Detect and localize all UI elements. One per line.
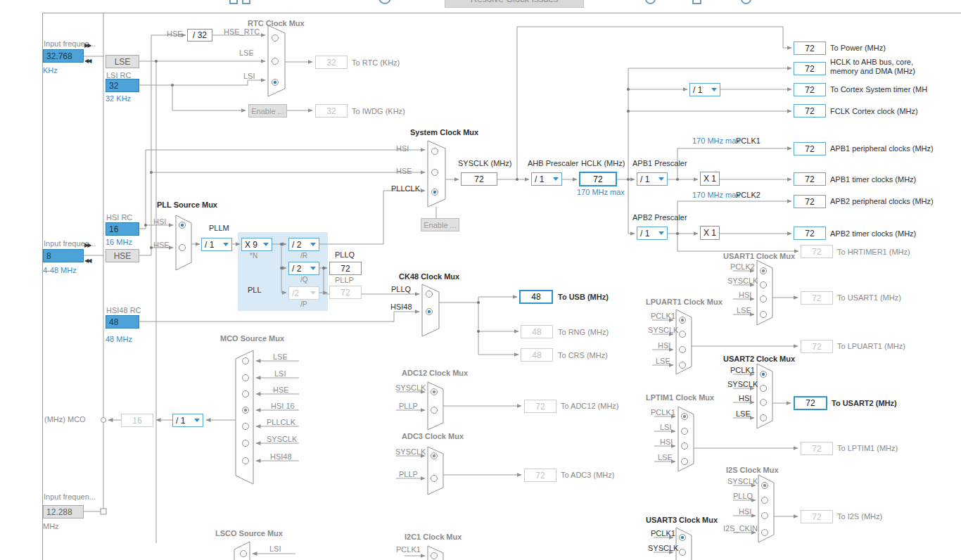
mco-hse-label: HSE	[273, 386, 289, 394]
iwdg-clock-label: To IWDG (KHz)	[352, 107, 405, 115]
chevron-down-icon	[310, 291, 316, 295]
apb2-peripheral-clock-value[interactable]: 72	[794, 195, 826, 208]
power-clock-label: To Power (MHz)	[830, 44, 886, 52]
rtc-mux[interactable]	[268, 25, 285, 96]
usart1-mux[interactable]	[757, 260, 772, 325]
ahb-bus-clock-label-1: HCLK to AHB bus, core,	[830, 58, 913, 66]
lse-oscillator-tag: LSE	[106, 55, 139, 68]
crs-clock-value: 48	[521, 348, 553, 362]
lsi-frequency-value[interactable]: 32	[106, 79, 139, 92]
pllm-select[interactable]: / 1	[201, 238, 232, 251]
usart2-clock-value[interactable]: 72	[794, 396, 827, 410]
lsco-source-mux[interactable]	[234, 542, 250, 560]
fit-page-icon[interactable]	[692, 0, 701, 4]
chevron-down-icon	[711, 88, 717, 91]
pllq-output-value[interactable]: 72	[329, 262, 362, 275]
ahb-bus-clock-value[interactable]: 72	[794, 62, 826, 75]
adc3-clock-label: To ADC3 (MHz)	[561, 471, 614, 479]
i2s-clock-value: 72	[801, 510, 833, 523]
i2c1-mux[interactable]	[428, 546, 443, 560]
rtc-hse-divider[interactable]: / 32	[187, 29, 212, 42]
apb2-timer-clock-value[interactable]: 72	[794, 227, 826, 240]
adc12-pllp-label: PLLP	[399, 402, 418, 410]
cortex-timer-clock-value[interactable]: 72	[794, 83, 826, 96]
lptim1-mux[interactable]	[678, 407, 694, 471]
lpuart1-mux[interactable]	[676, 310, 692, 374]
adc12-sysclk-label: SYSCLK	[395, 383, 426, 392]
ck48-pllq-label: PLLQ	[391, 285, 411, 293]
rtc-clock-value: 32	[315, 56, 348, 69]
cortex-timer-clock-label: To Cortex System timer (MH	[830, 85, 927, 94]
rtc-hse-label: HSE	[167, 30, 183, 38]
cortex-prescaler-value: / 1	[693, 85, 702, 95]
i2s-mux[interactable]	[758, 475, 774, 542]
iwdg-enable-button[interactable]: Enable ...	[248, 104, 287, 117]
usart1-clock-label: To USART1 (MHz)	[837, 293, 901, 302]
ahb-prescaler-select[interactable]: / 1	[531, 172, 562, 186]
hsi-frequency-value[interactable]: 16	[106, 222, 139, 236]
pll-hsi-label: HSI	[153, 217, 166, 226]
lpuart1-mux-title: LPUART1 Clock Mux	[646, 298, 723, 306]
i2c1-in1-label: PCLK1	[396, 545, 421, 554]
list-icon[interactable]	[242, 0, 250, 4]
lpuart1-in3-label: HSI	[658, 341, 670, 350]
panes-icon[interactable]	[229, 0, 238, 4]
hsi48-frequency-value[interactable]: 48	[106, 315, 139, 329]
lse-frequency-input[interactable]: 32.768	[43, 49, 84, 63]
mco-hsi16-label: HSI 16	[271, 402, 295, 410]
usart2-mux[interactable]	[757, 364, 772, 428]
hclk-value[interactable]: 72	[579, 172, 617, 186]
power-clock-value[interactable]: 72	[794, 42, 826, 55]
plln-select[interactable]: X 9	[241, 238, 272, 251]
adc3-mux[interactable]	[428, 447, 443, 495]
chevron-down-icon	[263, 243, 269, 246]
pllp-select: /2	[288, 286, 319, 300]
lpuart1-in2-label: SYSCLK	[648, 326, 678, 334]
usart1-in3-label: HSI	[739, 291, 751, 299]
sysclk-value[interactable]: 72	[461, 172, 497, 186]
double-arrow-right-icon: ▶▶	[84, 242, 90, 248]
ext-frequency-input[interactable]: 12.288	[43, 505, 84, 518]
pllq-divider-value: / 2	[292, 264, 301, 274]
pllr-select[interactable]: / 2	[288, 238, 319, 251]
plln-sub-label: *N	[250, 252, 257, 260]
double-arrow-left-icon: ◀◀	[84, 58, 90, 64]
lptim1-clock-label: To LPTIM1 (MHz)	[837, 444, 898, 452]
apb2-prescaler-select[interactable]: / 1	[637, 227, 668, 240]
fclk-label: FCLK Cortex clock (MHz)	[830, 107, 918, 115]
apb1-prescaler-select[interactable]: / 1	[637, 172, 668, 186]
resolve-clock-issues-button[interactable]: Resolve Clock Issues	[445, 0, 584, 8]
apb2-peripheral-clock-label: APB2 peripheral clocks (MHz)	[830, 197, 934, 205]
i2s-mux-title: I2S Clock Mux	[726, 466, 779, 474]
hse-frequency-input[interactable]: 8	[43, 249, 84, 262]
chevron-down-icon	[310, 267, 316, 270]
sys-hse-label: HSE	[396, 167, 412, 175]
lptim1-mux-title: LPTIM1 Clock Mux	[646, 393, 714, 402]
usb-clock-value[interactable]: 48	[519, 290, 553, 304]
adc3-pllp-label: PLLP	[399, 470, 418, 478]
adc3-clock-value: 72	[524, 469, 556, 482]
system-clock-mux[interactable]	[428, 141, 445, 207]
pllq-select[interactable]: / 2	[288, 262, 319, 275]
hrtimer1-clock-value: 72	[801, 245, 833, 258]
rtc-mux-title: RTC Clock Mux	[248, 19, 305, 27]
apb1-peripheral-clock-label: APB1 peripheral clocks (MHz)	[830, 144, 934, 153]
apb1-peripheral-clock-value[interactable]: 72	[794, 142, 826, 155]
rtc-clock-label: To RTC (KHz)	[352, 58, 400, 67]
adc12-mux[interactable]	[428, 382, 443, 430]
ck48-mux[interactable]	[422, 284, 439, 336]
adc12-clock-label: To ADC12 (MHz)	[561, 402, 619, 410]
apb2-prescaler-value: / 1	[640, 229, 649, 238]
css-enable-button[interactable]: Enable ...	[421, 218, 459, 231]
lptim1-clock-value: 72	[801, 442, 833, 455]
lpuart1-in1-label: PCLK1	[651, 312, 675, 320]
pll-source-mux[interactable]	[176, 215, 191, 270]
mco-source-mux[interactable]	[236, 350, 253, 484]
junction-dots	[144, 60, 679, 333]
mco-lse-label: LSE	[273, 352, 288, 361]
fclk-value[interactable]: 72	[794, 104, 826, 117]
mco-divider-select[interactable]: / 1	[172, 414, 203, 427]
cortex-prescaler-select[interactable]: / 1	[689, 83, 720, 96]
rtc-lsi-label: LSI	[243, 72, 255, 80]
apb1-timer-clock-value[interactable]: 72	[794, 172, 826, 186]
